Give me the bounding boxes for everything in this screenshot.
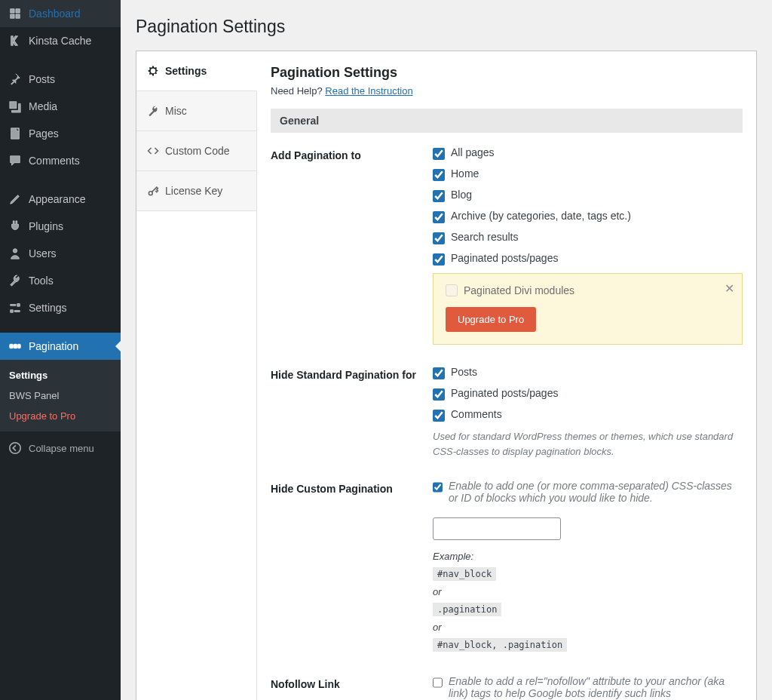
menu-item-label: Pagination <box>29 340 78 352</box>
menu-item-label: Media <box>29 100 57 112</box>
checkbox-add-pagination-0[interactable]: All pages <box>433 146 743 160</box>
menu-item-kinsta-cache[interactable]: Kinsta Cache <box>0 27 121 54</box>
row-add-pagination: Add Pagination to All pagesHomeBlogArchi… <box>271 146 743 345</box>
svg-point-0 <box>13 249 17 253</box>
menu-item-users[interactable]: Users <box>0 240 121 267</box>
menu-item-posts[interactable]: Posts <box>0 66 121 93</box>
comments-icon <box>8 153 23 168</box>
svg-rect-1 <box>10 344 13 348</box>
input-css-classes[interactable] <box>433 517 561 540</box>
checkbox-input-hide-custom[interactable] <box>433 481 443 493</box>
example-or-2: or <box>433 622 442 633</box>
help-prefix: Need Help? <box>271 85 325 97</box>
checkbox-hide-standard-2[interactable]: Comments <box>433 408 743 422</box>
checkbox-hide-custom[interactable]: Enable to add one (or more comma-separat… <box>433 480 743 504</box>
label-nofollow: Nofollow Link <box>271 675 433 690</box>
collapse-icon <box>8 441 23 456</box>
checkbox-input[interactable] <box>433 367 445 379</box>
checkbox-input-nofollow[interactable] <box>433 677 443 689</box>
checkbox-add-pagination-3[interactable]: Archive (by categories, date, tags etc.) <box>433 210 743 223</box>
collapse-menu-button[interactable]: Collapse menu <box>0 434 121 462</box>
tab-settings[interactable]: Settings <box>136 51 257 91</box>
checkbox-label: Blog <box>451 189 472 201</box>
tab-label: Custom Code <box>165 145 230 157</box>
panel-title: Pagination Settings <box>271 65 743 81</box>
menu-item-settings[interactable]: Settings <box>0 294 121 321</box>
submenu-item-upgrade-to-pro[interactable]: Upgrade to Pro <box>0 406 121 426</box>
tab-misc[interactable]: Misc <box>136 91 256 131</box>
submenu-item-settings[interactable]: Settings <box>0 365 121 385</box>
settings-tabs: SettingsMiscCustom CodeLicense Key <box>136 51 257 700</box>
admin-sidebar: DashboardKinsta CachePostsMediaPagesComm… <box>0 0 121 700</box>
desc-hide-standard: Used for standard WordPress themes or th… <box>433 429 743 459</box>
field-hide-custom: Enable to add one (or more comma-separat… <box>433 480 743 654</box>
checkbox-input[interactable] <box>433 190 445 202</box>
label-hide-custom: Hide Custom Pagination <box>271 480 433 495</box>
tab-label: Settings <box>165 65 207 77</box>
settings-panel: SettingsMiscCustom CodeLicense Key Pagin… <box>136 51 757 700</box>
example-label: Example: <box>433 551 473 562</box>
tab-custom-code[interactable]: Custom Code <box>136 131 256 171</box>
checkbox-label: Paginated posts/pages <box>451 252 558 264</box>
label-hide-standard: Hide Standard Pagination for <box>271 366 433 381</box>
field-hide-standard: PostsPaginated posts/pagesCommentsUsed f… <box>433 366 743 459</box>
kinsta-icon <box>8 33 23 48</box>
tab-label: Misc <box>165 105 187 117</box>
menu-item-label: Tools <box>29 275 54 287</box>
menu-item-appearance[interactable]: Appearance <box>0 186 121 213</box>
page-title: Pagination Settings <box>136 17 757 37</box>
checkbox-hide-standard-1[interactable]: Paginated posts/pages <box>433 387 743 401</box>
checkbox-input[interactable] <box>433 410 445 422</box>
label-add-pagination: Add Pagination to <box>271 146 433 161</box>
svg-point-4 <box>10 443 20 453</box>
menu-item-label: Comments <box>29 155 80 167</box>
plugins-icon <box>8 219 23 234</box>
wrench-icon <box>147 105 159 117</box>
checkbox-label-pro: Paginated Divi modules <box>464 284 574 296</box>
menu-item-media[interactable]: Media <box>0 93 121 120</box>
checkbox-hide-standard-0[interactable]: Posts <box>433 366 743 379</box>
help-link[interactable]: Read the Instruction <box>325 85 412 97</box>
content-area: Pagination Settings SettingsMiscCustom C… <box>121 0 772 700</box>
menu-item-pagination[interactable]: Pagination <box>0 333 121 360</box>
checkbox-input[interactable] <box>433 211 445 223</box>
users-icon <box>8 246 23 261</box>
checkbox-add-pagination-2[interactable]: Blog <box>433 189 743 202</box>
checkbox-input[interactable] <box>433 169 445 181</box>
checkbox-input[interactable] <box>433 148 445 160</box>
menu-item-plugins[interactable]: Plugins <box>0 213 121 240</box>
checkbox-input[interactable] <box>433 388 445 401</box>
dashboard-icon <box>8 6 23 21</box>
submenu-item-bws-panel[interactable]: BWS Panel <box>0 385 121 406</box>
menu-item-comments[interactable]: Comments <box>0 147 121 174</box>
checkbox-add-pagination-4[interactable]: Search results <box>433 231 743 244</box>
field-nofollow: Enable to add a rel="nofollow" attribute… <box>433 675 743 700</box>
example-or-1: or <box>433 586 442 597</box>
checkbox-label: Posts <box>451 366 477 378</box>
submenu: SettingsBWS PanelUpgrade to Pro <box>0 360 121 431</box>
checkbox-add-pagination-1[interactable]: Home <box>433 167 743 181</box>
menu-item-dashboard[interactable]: Dashboard <box>0 0 121 27</box>
pagination-icon <box>8 339 23 354</box>
svg-rect-3 <box>18 344 21 348</box>
menu-item-tools[interactable]: Tools <box>0 267 121 294</box>
example-block: Example: #nav_block or .pagination or #n… <box>433 548 743 654</box>
menu-item-label: Dashboard <box>29 8 81 20</box>
tab-license-key[interactable]: License Key <box>136 171 256 211</box>
key-icon <box>147 185 159 197</box>
code-icon <box>147 145 159 157</box>
menu-item-label: Kinsta Cache <box>29 35 91 47</box>
checkbox-input[interactable] <box>433 253 445 266</box>
checkbox-input-pro <box>446 284 458 296</box>
menu-item-pages[interactable]: Pages <box>0 120 121 147</box>
checkbox-add-pagination-5[interactable]: Paginated posts/pages <box>433 252 743 266</box>
checkbox-nofollow[interactable]: Enable to add a rel="nofollow" attribute… <box>433 675 743 700</box>
checkbox-input[interactable] <box>433 232 445 244</box>
help-text: Need Help? Read the Instruction <box>271 85 743 97</box>
menu-item-label: Settings <box>29 302 67 314</box>
menu-item-label: Users <box>29 247 57 259</box>
checkbox-label-nofollow: Enable to add a rel="nofollow" attribute… <box>449 675 725 700</box>
section-general-header: General <box>271 109 743 133</box>
upgrade-to-pro-button[interactable]: Upgrade to Pro <box>446 307 536 332</box>
checkbox-label: Comments <box>451 408 502 420</box>
